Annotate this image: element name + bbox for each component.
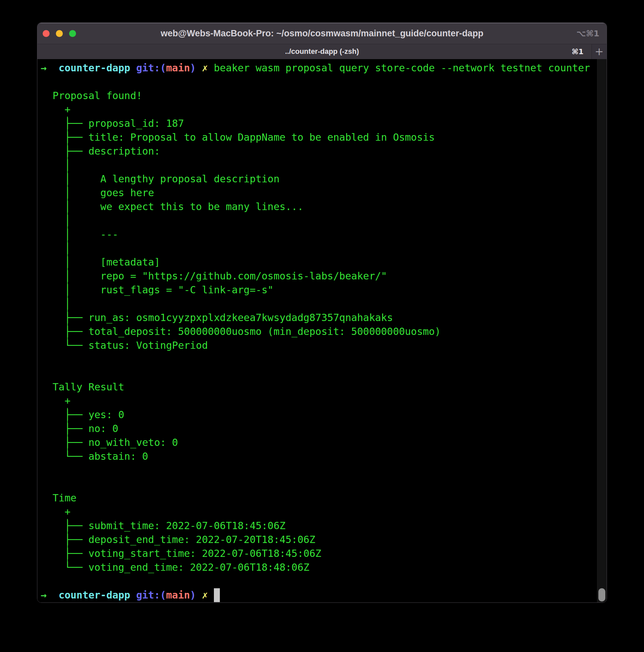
terminal-line: │ we expect this to be many lines... bbox=[41, 200, 597, 214]
terminal-line: Tally Result bbox=[41, 380, 597, 394]
terminal-line: ├── description: bbox=[41, 144, 597, 158]
terminal-line bbox=[41, 366, 597, 380]
terminal-line bbox=[41, 352, 597, 366]
terminal-line: ├── yes: 0 bbox=[41, 408, 597, 422]
terminal-line: ├── no_with_veto: 0 bbox=[41, 436, 597, 450]
terminal-window: web@Webs-MacBook-Pro: ~/osmo/cosmwasm/ma… bbox=[37, 23, 607, 603]
terminal-line: │ A lengthy proposal description bbox=[41, 172, 597, 186]
terminal-line: ├── title: Proposal to allow DappName to… bbox=[41, 131, 597, 144]
terminal-cursor bbox=[214, 588, 220, 602]
terminal-line: ├── deposit_end_time: 2022-07-20T18:45:0… bbox=[41, 533, 597, 547]
titlebar[interactable]: web@Webs-MacBook-Pro: ~/osmo/cosmwasm/ma… bbox=[37, 23, 607, 44]
terminal-line: └── abstain: 0 bbox=[41, 450, 597, 463]
scrollbar[interactable] bbox=[597, 59, 607, 602]
window-title: web@Webs-MacBook-Pro: ~/osmo/cosmwasm/ma… bbox=[103, 23, 541, 44]
terminal-line bbox=[41, 75, 597, 89]
terminal-line: └── status: VotingPeriod bbox=[41, 338, 597, 352]
terminal-line: │ goes here bbox=[41, 186, 597, 200]
new-tab-button[interactable]: + bbox=[591, 44, 607, 59]
terminal-line: │ bbox=[41, 158, 597, 172]
zoom-button[interactable] bbox=[69, 30, 76, 37]
terminal-line: │ bbox=[41, 297, 597, 311]
terminal-line: → counter-dapp git:(main) ✗ bbox=[41, 588, 597, 602]
terminal-line: │ bbox=[41, 214, 597, 227]
terminal-line: ├── submit_time: 2022-07-06T18:45:06Z bbox=[41, 519, 597, 533]
terminal-lines: → counter-dapp git:(main) ✗ beaker wasm … bbox=[41, 61, 597, 602]
terminal-line: │ [metadata] bbox=[41, 255, 597, 269]
terminal-line: ├── voting_start_time: 2022-07-06T18:45:… bbox=[41, 547, 597, 561]
terminal-screen[interactable]: → counter-dapp git:(main) ✗ beaker wasm … bbox=[37, 59, 607, 602]
close-button[interactable] bbox=[43, 30, 50, 37]
terminal-line: │ rust_flags = "-C link-arg=-s" bbox=[41, 283, 597, 297]
minimize-button[interactable] bbox=[56, 30, 63, 37]
tab-title[interactable]: ../counter-dapp (-zsh) bbox=[77, 44, 567, 59]
desktop-background: web@Webs-MacBook-Pro: ~/osmo/cosmwasm/ma… bbox=[0, 0, 644, 652]
terminal-line bbox=[41, 463, 597, 477]
terminal-line: + bbox=[41, 394, 597, 408]
traffic-lights bbox=[43, 23, 76, 44]
titlebar-shortcut: ⌥⌘1 bbox=[576, 23, 599, 44]
terminal-line bbox=[41, 574, 597, 588]
terminal-line: ├── proposal_id: 187 bbox=[41, 116, 597, 131]
scrollbar-thumb[interactable] bbox=[598, 588, 605, 601]
terminal-line: ├── run_as: osmo1cyyzpxplxdzkeea7kwsydad… bbox=[41, 311, 597, 325]
terminal-line: + bbox=[41, 103, 597, 116]
terminal-line: │ --- bbox=[41, 227, 597, 241]
terminal-line: │ bbox=[41, 241, 597, 255]
terminal-line: → counter-dapp git:(main) ✗ beaker wasm … bbox=[41, 61, 597, 75]
tab-bar: ../counter-dapp (-zsh) ⌘1 + bbox=[37, 44, 607, 59]
terminal-line: └── voting_end_time: 2022-07-06T18:48:06… bbox=[41, 561, 597, 574]
terminal-line: Time bbox=[41, 491, 597, 505]
terminal-line: ├── total_deposit: 500000000uosmo (min_d… bbox=[41, 325, 597, 338]
tab-shortcut: ⌘1 bbox=[572, 44, 584, 59]
tree-connector-line bbox=[67, 116, 68, 346]
terminal-line: │ repo = "https://github.com/osmosis-lab… bbox=[41, 269, 597, 283]
plus-icon: + bbox=[595, 45, 604, 58]
terminal-line: Proposal found! bbox=[41, 89, 597, 103]
tree-connector-line bbox=[67, 408, 68, 457]
terminal-line: ├── no: 0 bbox=[41, 422, 597, 436]
terminal-line bbox=[41, 477, 597, 491]
terminal-line: + bbox=[41, 505, 597, 519]
tree-connector-line bbox=[67, 519, 68, 567]
